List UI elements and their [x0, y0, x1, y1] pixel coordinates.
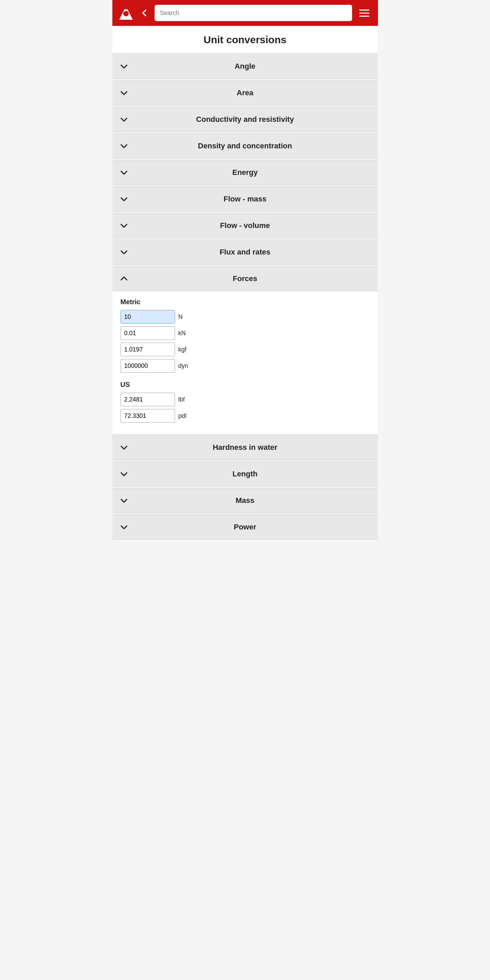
forces-metric-input-dyn[interactable] — [121, 359, 175, 372]
chevron-energy-icon — [118, 166, 130, 179]
forces-metric-row-0: N — [121, 310, 370, 324]
section-row-forces[interactable]: Forces — [112, 266, 378, 291]
section-label-hardness: Hardness in water — [130, 443, 372, 452]
forces-us-input-pdl[interactable] — [121, 409, 175, 423]
forces-us-unit-lbf: lbf — [179, 396, 185, 403]
forces-metric-unit-dyn: dyn — [179, 363, 188, 369]
menu-bar-3 — [359, 16, 369, 17]
section-row-length[interactable]: Length — [112, 461, 378, 487]
svg-point-1 — [123, 11, 129, 16]
chevron-angle-icon — [118, 60, 130, 73]
forces-us-unit-pdl: pdl — [179, 412, 187, 420]
chevron-flow-mass-icon — [118, 193, 130, 205]
section-label-angle: Angle — [130, 62, 372, 71]
section-row-angle[interactable]: Angle — [112, 54, 378, 79]
chevron-conductivity-icon — [118, 113, 130, 126]
sections-list: AngleAreaConductivity and resistivityDen… — [112, 54, 378, 540]
app-logo[interactable] — [118, 5, 134, 21]
forces-metric-label: Metric — [121, 298, 370, 306]
chevron-forces-icon — [118, 272, 130, 285]
section-row-area[interactable]: Area — [112, 80, 378, 105]
chevron-hardness-icon — [118, 441, 130, 453]
section-label-density: Density and concentration — [130, 142, 372, 150]
chevron-area-icon — [118, 87, 130, 99]
section-row-flow-volume[interactable]: Flow - volume — [112, 213, 378, 238]
section-label-flux: Flux and rates — [130, 248, 372, 256]
forces-metric-input-N[interactable] — [121, 310, 175, 324]
chevron-power-icon — [118, 521, 130, 533]
menu-bar-2 — [359, 13, 369, 14]
section-label-forces: Forces — [130, 274, 372, 283]
chevron-mass-icon — [118, 495, 130, 507]
section-label-length: Length — [130, 469, 372, 479]
forces-metric-row-2: kgf — [121, 343, 370, 356]
chevron-flux-icon — [118, 246, 130, 258]
section-row-density[interactable]: Density and concentration — [112, 134, 378, 159]
forces-us-input-lbf[interactable] — [121, 393, 175, 406]
section-label-power: Power — [130, 523, 372, 531]
section-row-mass[interactable]: Mass — [112, 488, 378, 513]
forces-metric-row-3: dyn — [121, 359, 370, 372]
forces-group-gap — [121, 375, 370, 381]
menu-bar-1 — [359, 10, 369, 11]
section-row-power[interactable]: Power — [112, 514, 378, 540]
section-label-area: Area — [130, 89, 372, 97]
menu-button[interactable] — [356, 5, 372, 21]
section-label-flow-volume: Flow - volume — [130, 221, 372, 230]
forces-metric-unit-kgf: kgf — [179, 346, 187, 353]
forces-us-row-1: pdl — [121, 409, 370, 423]
forces-us-label: US — [121, 381, 370, 388]
section-label-mass: Mass — [130, 496, 372, 505]
section-label-flow-mass: Flow - mass — [130, 195, 372, 204]
section-row-flow-mass[interactable]: Flow - mass — [112, 186, 378, 212]
chevron-flow-volume-icon — [118, 220, 130, 232]
forces-us-row-0: lbf — [121, 393, 370, 406]
svg-point-2 — [124, 7, 127, 10]
forces-metric-input-kN[interactable] — [121, 326, 175, 340]
back-button[interactable] — [138, 7, 150, 19]
search-input[interactable] — [155, 5, 352, 21]
page-title: Unit conversions — [112, 26, 378, 52]
chevron-density-icon — [118, 140, 130, 152]
section-label-conductivity: Conductivity and resistivity — [130, 115, 372, 124]
chevron-length-icon — [118, 468, 130, 480]
app-header — [112, 0, 378, 26]
forces-metric-unit-kN: kN — [179, 330, 186, 337]
section-row-flux[interactable]: Flux and rates — [112, 240, 378, 265]
section-label-energy: Energy — [130, 168, 372, 177]
section-row-energy[interactable]: Energy — [112, 160, 378, 185]
section-row-hardness[interactable]: Hardness in water — [112, 435, 378, 460]
section-content-forces: MetricNkNkgfdynUSlbfpdl — [112, 291, 378, 434]
forces-metric-input-kgf[interactable] — [121, 343, 175, 356]
forces-metric-row-1: kN — [121, 326, 370, 340]
section-row-conductivity[interactable]: Conductivity and resistivity — [112, 107, 378, 132]
forces-metric-unit-N: N — [179, 313, 183, 321]
